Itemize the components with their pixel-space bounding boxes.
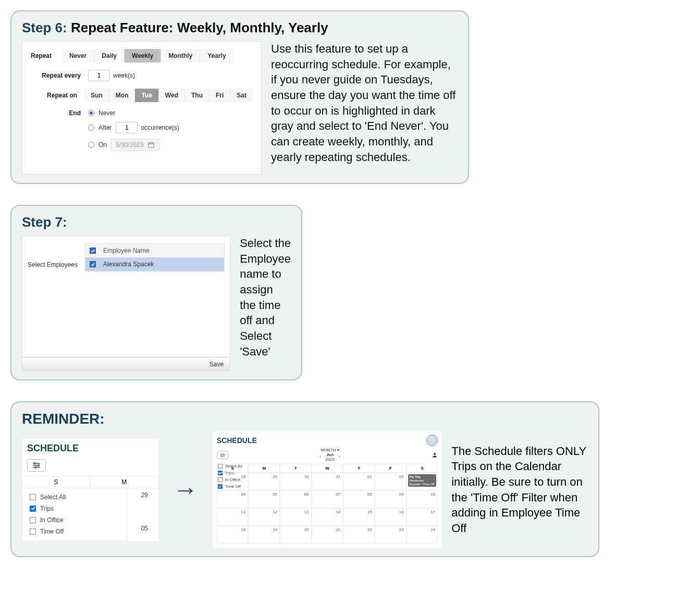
step6-description: Use this feature to set up a reoccurring… bbox=[271, 41, 458, 165]
calendar-cell[interactable]: 08 bbox=[343, 490, 375, 508]
step6-title: Step 6: Repeat Feature: Weekly, Monthly,… bbox=[22, 20, 458, 36]
calendar-cell[interactable]: 15 bbox=[343, 508, 375, 526]
calendar-cell[interactable]: 14 bbox=[312, 508, 343, 526]
next-month-button[interactable]: › bbox=[339, 455, 340, 460]
calendar-cell[interactable]: 17 bbox=[407, 508, 438, 526]
filter-time-off[interactable]: Time Off bbox=[30, 526, 119, 537]
person-icon[interactable] bbox=[432, 452, 438, 458]
checkbox-icon[interactable] bbox=[90, 248, 96, 254]
day-tue[interactable]: Tue bbox=[135, 89, 158, 102]
employee-name: Alexandra Spacek bbox=[103, 261, 154, 268]
calendar-cell[interactable]: 10 bbox=[407, 490, 438, 508]
filter-button[interactable] bbox=[217, 451, 228, 459]
event-title: Fly Trip bbox=[410, 475, 435, 479]
employee-table: Employee Name Alexandra Spacek bbox=[85, 243, 225, 272]
calendar-cell[interactable]: 01 bbox=[343, 473, 375, 490]
svg-point-2 bbox=[38, 464, 39, 466]
end-on-option[interactable]: On 5/30/2023 bbox=[88, 139, 179, 151]
step7-card: Step 7: Select Employees Employee Name bbox=[10, 205, 302, 380]
calendar-cell[interactable]: 20 bbox=[280, 526, 312, 544]
day-header: M bbox=[90, 476, 158, 488]
day-header: S bbox=[22, 476, 90, 488]
calendar-cell[interactable]: 29 bbox=[248, 473, 280, 490]
filter-select-all[interactable]: Select All bbox=[218, 463, 259, 470]
repeat-every-input[interactable] bbox=[88, 70, 110, 81]
day-header: F bbox=[375, 464, 407, 473]
repeat-yearly[interactable]: Yearly bbox=[200, 49, 233, 63]
filter-button[interactable] bbox=[27, 459, 46, 472]
calendar-cell[interactable]: 11 bbox=[217, 508, 249, 526]
checkbox-icon bbox=[30, 506, 36, 512]
day-header: T bbox=[343, 464, 375, 473]
repeat-monthly[interactable]: Monthly bbox=[161, 49, 200, 63]
day-header: T bbox=[280, 464, 312, 473]
calendar-cell[interactable]: 30 bbox=[280, 473, 312, 490]
radio-icon bbox=[88, 125, 94, 131]
calendar-cell[interactable]: 24 bbox=[407, 526, 438, 544]
year-label: 2023 bbox=[325, 458, 335, 462]
step6-card: Step 6: Repeat Feature: Weekly, Monthly,… bbox=[10, 10, 469, 184]
select-employees-label: Select Employees bbox=[28, 243, 85, 268]
day-sat[interactable]: Sat bbox=[230, 89, 253, 102]
reminder-card: REMINDER: SCHEDULE S M bbox=[10, 401, 599, 557]
calendar-cell[interactable]: 16 bbox=[375, 508, 407, 526]
calendar-cell[interactable]: 22 bbox=[343, 526, 375, 544]
end-after-unit: occurrence(s) bbox=[141, 124, 179, 131]
end-on-date-input[interactable]: 5/30/2023 bbox=[111, 139, 159, 151]
calendar-date: 05 bbox=[127, 522, 152, 532]
repeat-weekly[interactable]: Weekly bbox=[125, 49, 161, 63]
checkbox-icon[interactable] bbox=[90, 261, 96, 267]
calendar-cell[interactable]: 19 bbox=[248, 526, 280, 544]
calendar-cell[interactable]: 31 bbox=[312, 473, 343, 490]
calendar-cell[interactable]: 21 bbox=[312, 526, 343, 544]
employee-table-header[interactable]: Employee Name bbox=[85, 244, 224, 257]
end-on-date-value: 5/30/2023 bbox=[116, 141, 143, 149]
svg-point-4 bbox=[434, 453, 436, 455]
filter-trips[interactable]: Trips bbox=[30, 503, 119, 514]
radio-icon bbox=[88, 110, 94, 116]
prev-month-button[interactable]: ‹ bbox=[319, 455, 321, 460]
day-sun[interactable]: Sun bbox=[84, 89, 109, 102]
calendar-event[interactable]: Fly Trip Alexandra Spacek - Time Off bbox=[408, 474, 437, 487]
checkbox-icon bbox=[30, 517, 36, 523]
calendar-cell[interactable]: 28 bbox=[217, 473, 249, 490]
repeat-daily[interactable]: Daily bbox=[94, 49, 125, 63]
step6-title-text: Repeat Feature: Weekly, Monthly, Yearly bbox=[71, 20, 328, 35]
save-button[interactable]: Save bbox=[210, 361, 224, 368]
calendar-date: 29 bbox=[127, 488, 152, 499]
repeat-on-label: Repeat on bbox=[31, 92, 84, 99]
step7-description: Select the Employee name to assign the t… bbox=[240, 236, 291, 360]
end-never-option[interactable]: Never bbox=[88, 109, 179, 117]
svg-point-3 bbox=[35, 466, 36, 468]
end-label: End bbox=[31, 109, 88, 117]
repeat-every-label: Repeat every bbox=[31, 72, 88, 79]
step7-title: Step 7: bbox=[22, 214, 291, 230]
avatar-icon[interactable] bbox=[426, 435, 438, 446]
employee-row[interactable]: Alexandra Spacek bbox=[85, 257, 224, 271]
calendar-cell[interactable]: 18 bbox=[217, 526, 249, 544]
calendar-cell[interactable]: 04 bbox=[217, 490, 249, 508]
calendar-cell[interactable]: 06 bbox=[280, 490, 312, 508]
day-mon[interactable]: Mon bbox=[109, 89, 136, 102]
repeat-never[interactable]: Never bbox=[62, 49, 94, 63]
filter-select-all[interactable]: Select All bbox=[30, 491, 119, 503]
calendar-cell[interactable]: 09 bbox=[375, 490, 407, 508]
end-after-input[interactable] bbox=[116, 122, 138, 133]
calendar-cell[interactable]: 05 bbox=[248, 490, 280, 508]
day-header: S bbox=[407, 464, 438, 473]
day-wed[interactable]: Wed bbox=[159, 89, 185, 102]
step7-prefix: Step 7: bbox=[22, 214, 67, 230]
calendar-cell[interactable]: 07 bbox=[312, 490, 343, 508]
calendar-cell[interactable]: 23 bbox=[375, 526, 407, 544]
calendar-cell[interactable]: 03 Fly Trip Alexandra Spacek - Time Off bbox=[407, 473, 438, 490]
calendar-cell[interactable]: 02 bbox=[375, 473, 407, 490]
calendar-cell[interactable]: 12 bbox=[248, 508, 280, 526]
checkbox-icon bbox=[30, 494, 36, 500]
day-thu[interactable]: Thu bbox=[185, 89, 210, 102]
calendar-cell[interactable]: 13 bbox=[280, 508, 312, 526]
schedule-title-left: SCHEDULE bbox=[22, 439, 158, 457]
day-fri[interactable]: Fri bbox=[210, 89, 230, 102]
end-after-option[interactable]: After occurrence(s) bbox=[88, 122, 179, 133]
filter-in-office[interactable]: In Office bbox=[30, 514, 119, 526]
calendar-icon bbox=[147, 141, 155, 149]
